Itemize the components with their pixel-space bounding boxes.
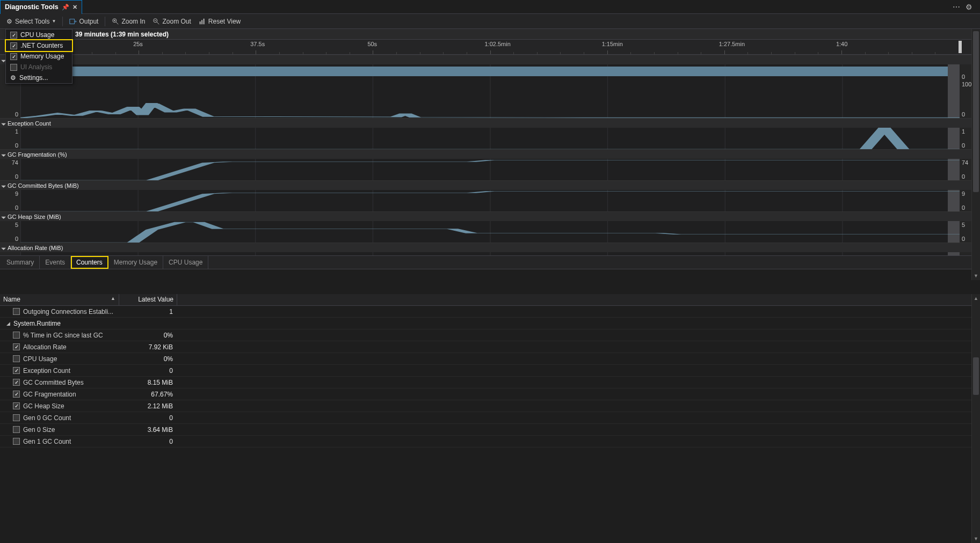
pin-icon[interactable]: 📌 <box>62 4 69 11</box>
counter-value: 0 <box>119 414 177 422</box>
menu-item-memory-usage[interactable]: Memory Usage <box>6 51 72 62</box>
menu-item-settings[interactable]: ⚙Settings... <box>6 72 72 83</box>
output-button[interactable]: Output <box>66 15 101 28</box>
column-header-latest-value[interactable]: Latest Value <box>119 294 177 305</box>
pane-header[interactable]: GC Fragmentation (%) <box>0 149 980 159</box>
chart-pane[interactable] <box>0 252 980 255</box>
gear-icon[interactable]: ⚙ <box>966 3 972 11</box>
menu-item-ui-analysis: UI Analysis <box>6 62 72 72</box>
chart-pane[interactable]: 9090 <box>0 190 980 211</box>
svg-rect-10 <box>204 18 205 24</box>
counter-value: 0 <box>119 438 177 445</box>
svg-line-6 <box>157 21 159 24</box>
chart-pane[interactable]: 1010 <box>0 128 980 149</box>
counter-value: 67.67% <box>119 391 177 398</box>
pane-header[interactable]: Allocation Rate (MiB) <box>0 243 980 252</box>
counter-value: 8.15 MiB <box>119 379 177 386</box>
checkbox[interactable] <box>13 402 20 409</box>
counter-row[interactable]: Gen 0 Size3.64 MiB <box>0 424 980 436</box>
detail-tabstrip: SummaryEventsCountersMemory UsageCPU Usa… <box>0 255 980 269</box>
ruler-tick-label: 37.5s <box>250 41 265 47</box>
column-header-name[interactable]: Name▲ <box>0 294 119 305</box>
reset-view-button[interactable]: Reset View <box>195 15 244 28</box>
chart-pane[interactable]: 5050 <box>0 221 980 243</box>
counter-row[interactable]: % Time in GC since last GC0% <box>0 329 980 341</box>
svg-line-2 <box>116 21 118 24</box>
checkbox[interactable] <box>13 391 20 398</box>
close-icon[interactable]: ✕ <box>72 4 77 11</box>
expand-icon: ◢ <box>6 321 10 326</box>
checkbox[interactable] <box>13 438 20 445</box>
checkbox[interactable] <box>13 379 20 386</box>
timeline-ruler[interactable]: 12.5s25s37.5s50s1:02.5min1:15min1:27.5mi… <box>0 40 980 55</box>
counter-row[interactable]: Gen 0 GC Count0 <box>0 412 980 424</box>
counter-row[interactable]: GC Fragmentation67.67% <box>0 388 980 400</box>
checkbox-icon <box>10 42 17 49</box>
counter-value: 0 <box>119 367 177 375</box>
zoom-out-label: Zoom Out <box>162 18 191 25</box>
counter-group[interactable]: ◢System.Runtime <box>0 318 980 329</box>
chart-pane[interactable]: 740740 <box>0 159 980 180</box>
select-tools-button[interactable]: ⚙ Select Tools ▼ <box>2 15 59 28</box>
counter-value: 0% <box>119 355 177 363</box>
counter-row[interactable]: Outgoing Connections Establi...1 <box>0 306 980 318</box>
selection-range[interactable] <box>948 252 960 255</box>
counter-name: Gen 0 Size <box>23 426 55 434</box>
svg-rect-0 <box>70 19 75 24</box>
scroll-down-icon[interactable]: ▼ <box>972 272 980 280</box>
reset-view-label: Reset View <box>208 18 241 25</box>
output-icon <box>69 18 77 25</box>
pane-header[interactable]: GC Heap Size (MiB) <box>0 211 980 221</box>
ruler-tick-label: 50s <box>367 41 377 47</box>
counter-row[interactable]: GC Heap Size2.12 MiB <box>0 400 980 412</box>
pane-header[interactable]: GC Committed Bytes (MiB) <box>0 180 980 190</box>
tab-summary[interactable]: Summary <box>1 256 40 269</box>
more-icon[interactable]: ⋯ <box>953 3 960 11</box>
scroll-down-icon[interactable]: ▼ <box>972 534 980 543</box>
zoom-out-button[interactable]: Zoom Out <box>149 15 194 28</box>
menu-item-cpu-usage[interactable]: CPU Usage <box>6 30 72 40</box>
chart-pane[interactable]: 01000 <box>0 80 980 118</box>
scroll-up-icon[interactable]: ▲ <box>972 294 980 303</box>
scrollbar-thumb[interactable] <box>973 357 979 395</box>
pane-header[interactable]: Exception Count <box>0 118 980 128</box>
tab-memory-usage[interactable]: Memory Usage <box>108 256 163 269</box>
gear-icon: ⚙ <box>5 18 13 25</box>
checkbox[interactable] <box>13 426 20 433</box>
counter-name: Outgoing Connections Establi... <box>23 308 113 315</box>
menu-item-net-counters[interactable]: .NET Counters <box>5 39 73 52</box>
zoom-in-button[interactable]: Zoom In <box>108 15 148 28</box>
svg-rect-9 <box>201 20 202 24</box>
checkbox[interactable] <box>13 308 20 315</box>
pane-header[interactable]: ors) <box>0 55 980 64</box>
panel-tab-diagnostic-tools[interactable]: Diagnostic Tools 📌 ✕ <box>0 0 82 14</box>
chart-pane[interactable]: 00 <box>0 64 980 80</box>
counter-row[interactable]: GC Committed Bytes8.15 MiB <box>0 377 980 388</box>
counter-row[interactable]: Allocation Rate7.92 KiB <box>0 341 980 353</box>
checkbox[interactable] <box>13 332 20 339</box>
output-label: Output <box>79 18 98 25</box>
tab-cpu-usage[interactable]: CPU Usage <box>163 256 208 269</box>
counter-name: Gen 1 GC Count <box>23 438 71 445</box>
counter-name: % Time in GC since last GC <box>23 332 103 339</box>
checkbox[interactable] <box>13 343 20 350</box>
selection-range[interactable] <box>948 64 960 80</box>
ruler-tick-label: 1:40 <box>836 41 847 47</box>
counter-row[interactable]: CPU Usage0% <box>0 353 980 365</box>
zoom-out-icon <box>153 18 160 25</box>
tab-events[interactable]: Events <box>40 256 71 269</box>
counter-row[interactable]: Gen 1 GC Count0 <box>0 436 980 447</box>
counter-row[interactable]: Exception Count0 <box>0 365 980 377</box>
checkbox[interactable] <box>13 355 20 362</box>
reset-view-icon <box>199 18 206 25</box>
tab-counters[interactable]: Counters <box>71 256 108 269</box>
checkbox[interactable] <box>13 414 20 421</box>
session-label: 39 minutes (1:39 min selected) <box>75 31 169 38</box>
checkbox-icon <box>10 32 17 39</box>
scrollbar-thumb[interactable] <box>973 31 979 192</box>
counter-name: GC Fragmentation <box>23 391 76 398</box>
checkbox[interactable] <box>13 367 20 374</box>
timeline-end-handle[interactable] <box>959 41 962 53</box>
counter-name: GC Committed Bytes <box>23 379 84 386</box>
counter-name: Allocation Rate <box>23 343 67 351</box>
